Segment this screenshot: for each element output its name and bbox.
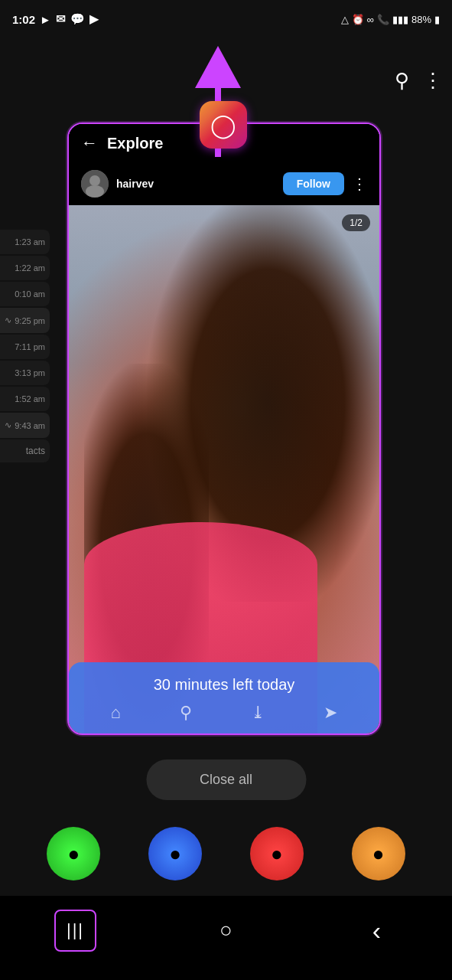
left-time-1: 1:23 am bbox=[15, 237, 45, 247]
status-right: △ ⏰ ∞ 📞 ▮▮▮ 88% ▮ bbox=[341, 14, 440, 25]
top-action-bar: ⚲ ⋮ bbox=[395, 69, 443, 93]
left-item-wifi-1: ∿ 9:25 pm bbox=[0, 308, 50, 333]
status-bar: 1:02 ► ✉ 💬 ▶ △ ⏰ ∞ 📞 ▮▮▮ 88% ▮ bbox=[0, 0, 452, 38]
message-icon: ✉ bbox=[56, 12, 66, 26]
battery-icon: ▮ bbox=[434, 14, 440, 25]
whatsapp-icon: 💬 bbox=[70, 12, 85, 26]
close-all-button[interactable]: Close all bbox=[146, 760, 306, 800]
left-time-2: 1:22 am bbox=[15, 263, 45, 273]
follow-button[interactable]: Follow bbox=[283, 172, 344, 195]
left-item-3: 0:10 am bbox=[0, 282, 50, 306]
left-item-2: 1:22 am bbox=[0, 256, 50, 280]
screen-time-message: 30 minutes left today bbox=[81, 676, 367, 694]
battery-percent: 88% bbox=[411, 14, 431, 25]
home-icon: ○ bbox=[219, 918, 233, 942]
status-left: 1:02 ► ✉ 💬 ▶ bbox=[12, 12, 99, 26]
bell-icon: △ bbox=[341, 14, 349, 25]
home-button[interactable]: ○ bbox=[205, 910, 247, 952]
send-icon: ➤ bbox=[324, 703, 337, 723]
avatar bbox=[81, 170, 109, 198]
unknown-icon: ● bbox=[372, 842, 385, 866]
left-time-5: 7:11 pm bbox=[15, 342, 45, 351]
svg-point-2 bbox=[86, 185, 104, 198]
image-counter: 1/2 bbox=[342, 214, 370, 231]
screen-time-overlay[interactable]: 30 minutes left today ⌂ ⚲ ⤓ ➤ bbox=[69, 662, 379, 733]
instagram-app: ← Explore hairvev Follow ⋮ 1/2 bbox=[69, 124, 379, 733]
more-button[interactable]: ⋮ bbox=[423, 69, 443, 93]
record-app-icon[interactable]: ● bbox=[250, 827, 304, 880]
app-dock: ● ● ● ● bbox=[0, 827, 452, 880]
back-icon: ‹ bbox=[372, 916, 381, 946]
unknown-app-icon[interactable]: ● bbox=[352, 827, 405, 880]
twitter-app-icon[interactable]: ● bbox=[148, 827, 202, 880]
left-item-1: 1:23 am bbox=[0, 230, 50, 254]
home-icon: ⌂ bbox=[111, 703, 121, 723]
search-icon: ⚲ bbox=[180, 703, 192, 723]
status-time: 1:02 bbox=[12, 13, 35, 26]
instagram-logo: ◯ bbox=[200, 101, 247, 149]
left-time-6: 3:13 pm bbox=[15, 368, 45, 377]
left-time-4: 9:25 pm bbox=[15, 316, 45, 325]
left-time-8: 9:43 am bbox=[15, 421, 45, 430]
post-more-icon[interactable]: ⋮ bbox=[352, 175, 367, 193]
screen-time-icons: ⌂ ⚲ ⤓ ➤ bbox=[81, 703, 367, 723]
alarm-icon: ⏰ bbox=[352, 14, 364, 25]
ig-post-image: 1/2 30 minutes left today ⌂ ⚲ ⤓ ➤ bbox=[69, 205, 379, 733]
call-icon: 📞 bbox=[377, 14, 389, 25]
nav-bar: ||| ○ ‹ bbox=[0, 896, 452, 980]
svg-point-1 bbox=[89, 175, 100, 186]
left-item-5: 7:11 pm bbox=[0, 335, 50, 359]
left-item-7: 1:52 am bbox=[0, 387, 50, 411]
twitter-icon: ● bbox=[169, 842, 181, 866]
left-time-3: 0:10 am bbox=[15, 289, 45, 299]
camera-icon: ▶ bbox=[89, 12, 99, 26]
contacts-label: tacts bbox=[26, 446, 45, 456]
left-time-7: 1:52 am bbox=[15, 394, 45, 403]
wifi-icon: ∞ bbox=[367, 14, 374, 25]
back-button[interactable]: ‹ bbox=[356, 910, 398, 952]
search-button[interactable]: ⚲ bbox=[395, 69, 409, 93]
ig-post-header: hairvev Follow ⋮ bbox=[69, 162, 379, 205]
ig-username: hairvev bbox=[116, 178, 275, 190]
recents-button[interactable]: ||| bbox=[54, 910, 96, 952]
wifi-small-icon-2: ∿ bbox=[5, 420, 11, 430]
arrow-head bbox=[195, 46, 241, 88]
location-icon: ► bbox=[40, 13, 51, 26]
recents-icon: ||| bbox=[67, 920, 84, 940]
left-item-wifi-2: ∿ 9:43 am bbox=[0, 413, 50, 438]
ig-back-button[interactable]: ← bbox=[81, 133, 98, 153]
google-icon: ● bbox=[68, 842, 80, 866]
left-panel: 1:23 am 1:22 am 0:10 am ∿ 9:25 pm 7:11 p… bbox=[0, 222, 50, 462]
google-app-icon[interactable]: ● bbox=[47, 827, 100, 880]
left-item-6: 3:13 pm bbox=[0, 361, 50, 385]
instagram-logo-icon: ◯ bbox=[210, 112, 236, 139]
signal-icon: ▮▮▮ bbox=[392, 14, 408, 25]
left-item-contacts: tacts bbox=[0, 439, 50, 462]
download-icon: ⤓ bbox=[251, 703, 265, 723]
wifi-small-icon: ∿ bbox=[5, 315, 11, 325]
record-icon: ● bbox=[271, 842, 283, 866]
phone-card: ← Explore hairvev Follow ⋮ 1/2 bbox=[67, 122, 381, 735]
